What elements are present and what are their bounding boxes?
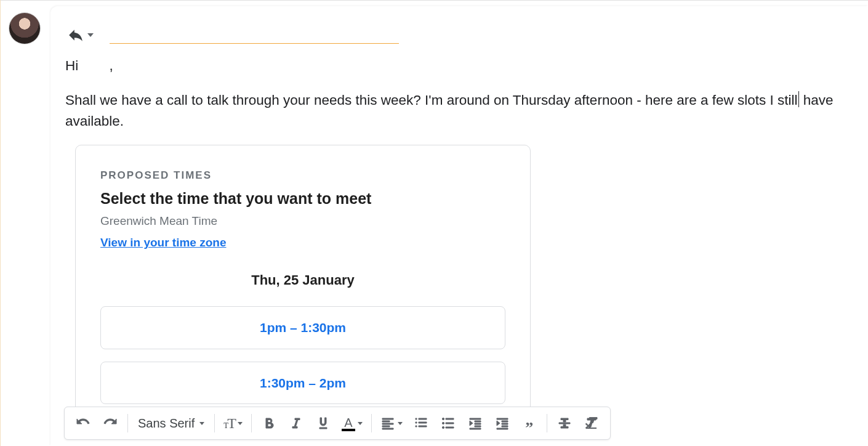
align-button[interactable] (376, 410, 408, 437)
view-in-your-timezone-link[interactable]: View in your time zone (100, 234, 226, 252)
toolbar-separator (547, 414, 547, 432)
svg-point-0 (442, 418, 444, 420)
reply-header-row (50, 25, 868, 46)
chevron-down-icon (238, 422, 243, 425)
toolbar-separator (371, 414, 372, 432)
compose-panel: Hi , Shall we have a call to talk throug… (50, 6, 868, 446)
svg-point-1 (442, 422, 444, 424)
text-cursor (798, 91, 799, 107)
card-title: Select the time that you want to meet (100, 187, 505, 211)
chevron-down-icon (199, 422, 204, 425)
greeting-suffix: , (110, 58, 113, 73)
card-timezone: Greenwich Mean Time (100, 213, 505, 230)
underline-icon (316, 416, 331, 431)
bulleted-list-icon (441, 416, 456, 431)
italic-button[interactable] (283, 410, 310, 437)
chevron-down-icon (358, 422, 363, 425)
recipient-redacted-line (110, 26, 399, 44)
align-left-icon (380, 416, 395, 431)
text-color-button[interactable]: A (337, 410, 368, 437)
strikethrough-button[interactable] (551, 410, 578, 437)
numbered-list-icon (414, 416, 428, 431)
font-family-select[interactable]: Sans Serif (132, 410, 211, 437)
bulleted-list-button[interactable] (435, 410, 462, 437)
redo-icon (103, 416, 118, 431)
chevron-down-icon (398, 422, 403, 425)
toolbar-separator (127, 414, 128, 432)
window-left-border (0, 0, 1, 446)
body-paragraph: Shall we have a call to talk through you… (65, 90, 853, 132)
font-size-icon: тT (223, 415, 235, 432)
indent-more-button[interactable] (489, 410, 516, 437)
bold-button[interactable] (255, 410, 283, 437)
chevron-down-icon (87, 33, 94, 37)
toolbar-separator (214, 414, 215, 432)
body-text-pre-cursor: Shall we have a call to talk through you… (65, 92, 798, 108)
indent-less-button[interactable] (462, 410, 489, 437)
font-size-button[interactable]: тT (219, 410, 247, 437)
strikethrough-icon (557, 416, 572, 431)
card-section-label: PROPOSED TIMES (100, 168, 505, 184)
reply-type-button[interactable] (65, 25, 96, 46)
reply-arrow-icon (68, 27, 84, 43)
svg-point-2 (442, 426, 444, 428)
toolbar-separator (251, 414, 252, 432)
text-color-icon: A (342, 416, 355, 431)
time-slot-option[interactable]: 1pm – 1:30pm (100, 306, 505, 349)
underline-button[interactable] (310, 410, 337, 437)
undo-button[interactable] (70, 410, 97, 437)
window-top-border (0, 0, 868, 1)
greeting-line: Hi , (65, 55, 853, 76)
quote-button[interactable]: ” (516, 410, 543, 437)
remove-formatting-button[interactable] (578, 410, 605, 437)
proposed-times-card: PROPOSED TIMES Select the time that you … (75, 145, 531, 427)
italic-icon (289, 416, 303, 431)
time-slot-option[interactable]: 1:30pm – 2pm (100, 362, 505, 405)
numbered-list-button[interactable] (408, 410, 435, 437)
indent-less-icon (468, 416, 483, 431)
formatting-toolbar: Sans Serif тT A ” (64, 407, 611, 440)
bold-icon (262, 416, 276, 431)
font-family-label: Sans Serif (138, 416, 195, 431)
indent-more-icon (495, 416, 510, 431)
undo-icon (76, 416, 90, 431)
proposed-date-heading: Thu, 25 January (100, 270, 505, 290)
email-body-editor[interactable]: Hi , Shall we have a call to talk throug… (50, 46, 868, 427)
greeting-prefix: Hi (65, 58, 82, 73)
sender-avatar (9, 12, 41, 44)
redo-button[interactable] (97, 410, 124, 437)
